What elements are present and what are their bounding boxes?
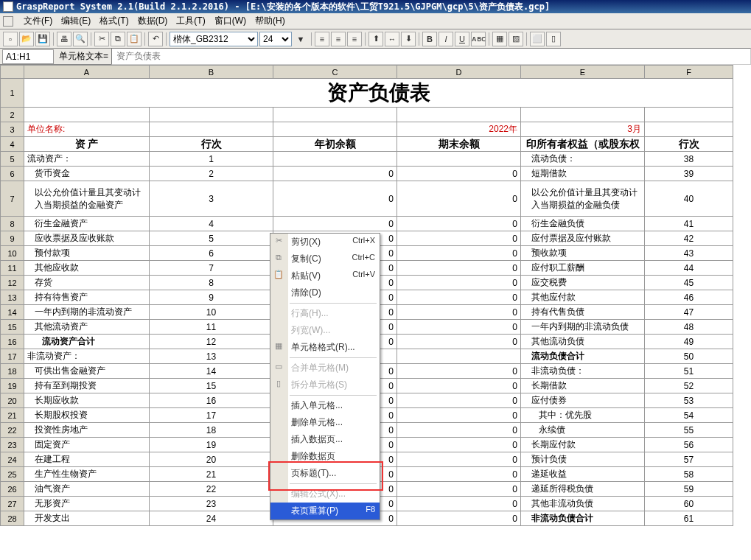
- cell[interactable]: 56: [645, 438, 733, 452]
- cell[interactable]: 开发支出: [24, 511, 150, 526]
- cell[interactable]: 投资性房地产: [24, 423, 150, 438]
- context-menu-item[interactable]: 页标题(T)...: [270, 465, 380, 482]
- open-icon[interactable]: 📂: [19, 32, 34, 46]
- cell[interactable]: [645, 122, 733, 137]
- cell[interactable]: 短期借款: [521, 167, 645, 181]
- strike-icon[interactable]: ᴀʙᴄ: [471, 32, 486, 46]
- cell[interactable]: 21: [150, 467, 273, 482]
- cell[interactable]: 14: [150, 364, 273, 379]
- corner-header[interactable]: [1, 66, 24, 79]
- cell[interactable]: 其他流动负债: [521, 335, 645, 349]
- cell[interactable]: 生产性生物资产: [24, 467, 150, 482]
- cell[interactable]: 流动资产合计: [24, 335, 150, 349]
- sheet-area[interactable]: ABCDEF 1资产负债表23单位名称:2022年3月4资 产行次年初余额期末余…: [0, 65, 751, 560]
- cell[interactable]: [521, 108, 645, 122]
- cell[interactable]: 行次: [150, 137, 273, 152]
- cell[interactable]: 长期应付款: [521, 438, 645, 452]
- cell[interactable]: 持有待售资产: [24, 290, 150, 305]
- cell[interactable]: 0: [397, 497, 521, 511]
- cell[interactable]: 1: [150, 152, 273, 167]
- cell[interactable]: 52: [645, 379, 733, 393]
- cell[interactable]: 一年内到期的非流动负债: [521, 320, 645, 335]
- cell[interactable]: 3: [150, 181, 273, 217]
- cell[interactable]: 油气资产: [24, 482, 150, 497]
- cell[interactable]: 50: [645, 349, 733, 364]
- cell[interactable]: 可供出售金融资产: [24, 364, 150, 379]
- valign-bot-icon[interactable]: ⬇: [401, 32, 416, 46]
- cell[interactable]: 期末余额: [397, 137, 521, 152]
- cell[interactable]: 非流动负债：: [521, 364, 645, 379]
- cell[interactable]: 0: [397, 511, 521, 526]
- align-center-icon[interactable]: ≡: [331, 32, 346, 46]
- cell[interactable]: 7: [150, 261, 273, 276]
- cell[interactable]: 2: [150, 167, 273, 181]
- size-up-icon[interactable]: ▼: [293, 32, 308, 46]
- row-header[interactable]: 24: [1, 452, 24, 467]
- row-header[interactable]: 12: [1, 276, 24, 290]
- cell[interactable]: 55: [645, 423, 733, 438]
- cell[interactable]: [645, 108, 733, 122]
- cell[interactable]: 11: [150, 320, 273, 335]
- cell[interactable]: 固定资产: [24, 438, 150, 452]
- cell[interactable]: 57: [645, 452, 733, 467]
- col-header[interactable]: A: [24, 66, 150, 79]
- cell[interactable]: 54: [645, 408, 733, 423]
- context-menu[interactable]: ✂剪切(X)Ctrl+X⧉复制(C)Ctrl+C📋粘贴(V)Ctrl+V清除(D…: [270, 233, 380, 520]
- row-header[interactable]: 26: [1, 482, 24, 497]
- cell[interactable]: 其中：优先股: [521, 408, 645, 423]
- col-header[interactable]: B: [150, 66, 273, 79]
- merge-icon[interactable]: ⬜: [530, 32, 545, 46]
- row-header[interactable]: 20: [1, 393, 24, 408]
- menu-item[interactable]: 编辑(E): [57, 13, 95, 29]
- cell[interactable]: 42: [645, 231, 733, 246]
- cell[interactable]: [150, 122, 273, 137]
- valign-top-icon[interactable]: ⬆: [368, 32, 383, 46]
- row-header[interactable]: 16: [1, 335, 24, 349]
- row-header[interactable]: 11: [1, 261, 24, 276]
- cell[interactable]: 0: [397, 467, 521, 482]
- cell[interactable]: 24: [150, 511, 273, 526]
- cell[interactable]: 递延收益: [521, 467, 645, 482]
- cell[interactable]: 49: [645, 335, 733, 349]
- row-header[interactable]: 13: [1, 290, 24, 305]
- row-header[interactable]: 8: [1, 217, 24, 231]
- cell[interactable]: [397, 349, 521, 364]
- cell[interactable]: 60: [645, 497, 733, 511]
- fill-icon[interactable]: ▨: [509, 32, 523, 46]
- col-header[interactable]: E: [521, 66, 645, 79]
- cell[interactable]: [397, 152, 521, 167]
- cell[interactable]: 6: [150, 246, 273, 261]
- menu-item[interactable]: 文件(F): [19, 13, 57, 29]
- underline-icon[interactable]: U: [455, 32, 469, 46]
- cell[interactable]: 长期借款: [521, 379, 645, 393]
- cell[interactable]: 0: [397, 181, 521, 217]
- menu-item[interactable]: 工具(T): [172, 13, 209, 29]
- menu-item[interactable]: 格式(T): [95, 13, 133, 29]
- cell[interactable]: 41: [645, 217, 733, 231]
- cell[interactable]: [273, 152, 397, 167]
- cell[interactable]: [24, 108, 150, 122]
- size-select[interactable]: 24: [259, 32, 292, 46]
- cell[interactable]: 0: [397, 217, 521, 231]
- row-header[interactable]: 6: [1, 167, 24, 181]
- valign-mid-icon[interactable]: ↔: [385, 32, 399, 46]
- col-header[interactable]: C: [273, 66, 397, 79]
- cell[interactable]: 应收票据及应收账款: [24, 231, 150, 246]
- menu-item[interactable]: 数据(D): [133, 13, 172, 29]
- cell[interactable]: 23: [150, 497, 273, 511]
- cell[interactable]: 0: [397, 276, 521, 290]
- cell[interactable]: 0: [397, 305, 521, 320]
- context-menu-item[interactable]: ✂剪切(X)Ctrl+X: [270, 234, 380, 251]
- cell[interactable]: 0: [397, 393, 521, 408]
- cell[interactable]: 资 产: [24, 137, 150, 152]
- cell[interactable]: 47: [645, 305, 733, 320]
- cell[interactable]: 货币资金: [24, 167, 150, 181]
- cell[interactable]: 应付票据及应付账款: [521, 231, 645, 246]
- row-header[interactable]: 28: [1, 511, 24, 526]
- cell-content[interactable]: 资产负债表: [111, 48, 751, 65]
- cell[interactable]: 非流动资产：: [24, 349, 150, 364]
- row-header[interactable]: 5: [1, 152, 24, 167]
- cell[interactable]: 长期股权投资: [24, 408, 150, 423]
- cell[interactable]: 流动负债：: [521, 152, 645, 167]
- cell[interactable]: 在建工程: [24, 452, 150, 467]
